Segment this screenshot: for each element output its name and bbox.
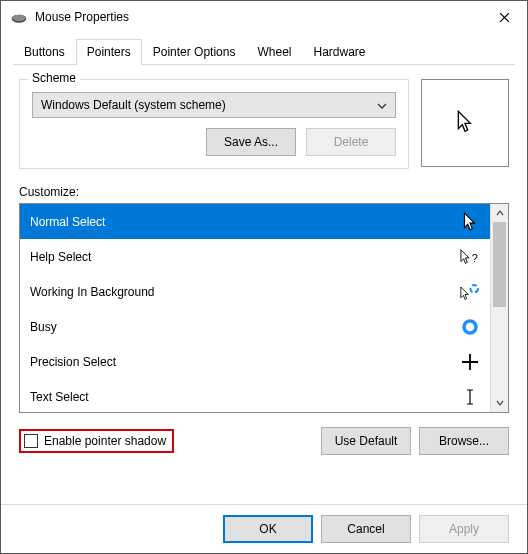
pointer-shadow-highlight: Enable pointer shadow [19, 429, 174, 453]
window-title: Mouse Properties [35, 10, 481, 24]
tab-pointer-options[interactable]: Pointer Options [142, 39, 247, 65]
mouse-properties-window: Mouse Properties Buttons Pointers Pointe… [0, 0, 528, 554]
list-item-working-bg[interactable]: Working In Background [20, 274, 490, 309]
tab-wheel[interactable]: Wheel [246, 39, 302, 65]
scroll-track[interactable] [491, 222, 508, 394]
scheme-selected-value: Windows Default (system scheme) [41, 98, 226, 112]
customize-listbox[interactable]: Normal Select Help Select ? Working In B… [19, 203, 509, 413]
svg-point-1 [12, 14, 25, 21]
svg-point-4 [464, 321, 476, 333]
scheme-legend: Scheme [28, 71, 80, 85]
delete-button: Delete [306, 128, 396, 156]
pointer-shadow-checkbox[interactable] [24, 434, 38, 448]
ok-button[interactable]: OK [223, 515, 313, 543]
tab-pointers[interactable]: Pointers [76, 39, 142, 65]
scheme-dropdown[interactable]: Windows Default (system scheme) [32, 92, 396, 118]
cursor-arrow-icon [460, 212, 480, 232]
tab-content: Scheme Windows Default (system scheme) S… [1, 65, 527, 465]
scroll-up-button[interactable] [491, 204, 508, 222]
list-item-help-select[interactable]: Help Select ? [20, 239, 490, 274]
customize-label: Customize: [19, 185, 509, 199]
listbox-scrollbar[interactable] [490, 204, 508, 412]
cursor-arrow-icon [456, 110, 474, 137]
apply-button: Apply [419, 515, 509, 543]
cancel-button[interactable]: Cancel [321, 515, 411, 543]
use-default-button[interactable]: Use Default [321, 427, 411, 455]
dialog-footer: OK Cancel Apply [1, 504, 527, 553]
tab-buttons[interactable]: Buttons [13, 39, 76, 65]
svg-text:?: ? [472, 252, 478, 264]
tab-strip: Buttons Pointers Pointer Options Wheel H… [1, 33, 527, 65]
tab-hardware[interactable]: Hardware [302, 39, 376, 65]
list-item-label: Help Select [30, 250, 91, 264]
save-as-button[interactable]: Save As... [206, 128, 296, 156]
cursor-busy-icon [460, 317, 480, 337]
cursor-working-bg-icon [460, 282, 480, 302]
scroll-down-button[interactable] [491, 394, 508, 412]
pointer-preview [421, 79, 509, 167]
list-item-label: Normal Select [30, 215, 105, 229]
chevron-down-icon [377, 100, 387, 110]
cursor-crosshair-icon [460, 352, 480, 372]
list-item-busy[interactable]: Busy [20, 309, 490, 344]
pointer-shadow-label: Enable pointer shadow [44, 434, 166, 448]
list-item-label: Working In Background [30, 285, 155, 299]
list-item-text-select[interactable]: Text Select [20, 379, 490, 412]
list-item-label: Precision Select [30, 355, 116, 369]
close-button[interactable] [481, 1, 527, 33]
list-item-normal-select[interactable]: Normal Select [20, 204, 490, 239]
titlebar: Mouse Properties [1, 1, 527, 33]
scroll-thumb[interactable] [493, 222, 506, 307]
list-item-precision[interactable]: Precision Select [20, 344, 490, 379]
browse-button[interactable]: Browse... [419, 427, 509, 455]
cursor-help-icon: ? [460, 247, 480, 267]
cursor-ibeam-icon [460, 387, 480, 407]
svg-point-3 [470, 284, 478, 292]
mouse-icon [11, 12, 27, 22]
list-item-label: Text Select [30, 390, 89, 404]
scheme-group: Scheme Windows Default (system scheme) S… [19, 79, 409, 169]
list-item-label: Busy [30, 320, 57, 334]
